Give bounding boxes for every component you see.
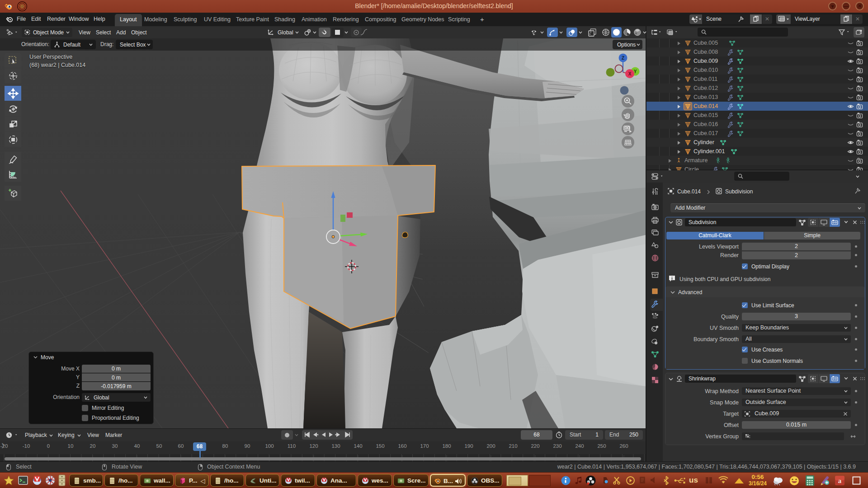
svg-text:160: 160 bbox=[398, 443, 406, 449]
svg-text:260: 260 bbox=[619, 443, 628, 449]
svg-text:30: 30 bbox=[112, 443, 118, 449]
svg-text:130: 130 bbox=[331, 443, 340, 449]
svg-text:100: 100 bbox=[265, 443, 274, 449]
svg-text:50: 50 bbox=[156, 443, 162, 449]
svg-text:140: 140 bbox=[354, 443, 362, 449]
svg-text:90: 90 bbox=[245, 443, 250, 449]
svg-text:Z: Z bbox=[622, 56, 624, 61]
svg-text:40: 40 bbox=[134, 443, 140, 449]
svg-text:230: 230 bbox=[553, 443, 561, 449]
svg-text:210: 210 bbox=[509, 443, 517, 449]
svg-text:-10: -10 bbox=[23, 443, 30, 449]
svg-text:110: 110 bbox=[288, 443, 296, 449]
svg-text:60: 60 bbox=[178, 443, 184, 449]
svg-text:80: 80 bbox=[222, 443, 228, 449]
svg-text:10: 10 bbox=[68, 443, 74, 449]
svg-text:200: 200 bbox=[486, 443, 495, 449]
svg-text:120: 120 bbox=[309, 443, 318, 449]
svg-text:0: 0 bbox=[47, 443, 50, 449]
svg-text:20: 20 bbox=[90, 443, 96, 449]
svg-text:220: 220 bbox=[531, 443, 539, 449]
svg-text:a: a bbox=[838, 477, 842, 484]
svg-text:250: 250 bbox=[597, 443, 606, 449]
svg-text:240: 240 bbox=[575, 443, 584, 449]
svg-text:190: 190 bbox=[464, 443, 473, 449]
svg-text:170: 170 bbox=[420, 443, 429, 449]
svg-text:X: X bbox=[628, 71, 632, 76]
svg-text:150: 150 bbox=[376, 443, 384, 449]
svg-text:180: 180 bbox=[442, 443, 451, 449]
